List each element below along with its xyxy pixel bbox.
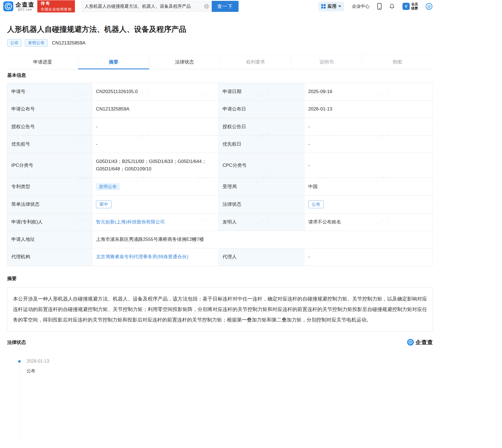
legal-status-timeline: 2026-01-13 公布: [7, 359, 433, 442]
navbar-right: 应用 企业中心 V 会员 续费 @: [318, 2, 502, 11]
basic-info-table: 申请号 CN202511326105.0 申请日期 2025-09-16 申请公…: [7, 83, 433, 266]
field-label: 受理局: [219, 178, 304, 196]
abstract-heading: 摘要: [7, 275, 433, 282]
field-label: CPC分类号: [219, 153, 304, 178]
field-label: 申请号: [7, 83, 92, 101]
logo-domain: QCC.com: [15, 8, 35, 11]
notifications-bell-icon[interactable]: [389, 3, 395, 9]
apps-grid-icon: [321, 4, 326, 9]
field-value: 发明公布: [92, 178, 219, 196]
simple-legal-status-tag: 审中: [96, 201, 111, 208]
vip-icon: V: [402, 3, 410, 10]
field-value: 上海市浦东新区秀浦路2555号康桥商务绿洲E2幢7楼: [92, 231, 433, 248]
timeline-dot-icon: [18, 360, 21, 363]
vip-renew-button[interactable]: V 会员 续费: [402, 2, 418, 10]
field-label: IPC分类号: [7, 153, 92, 178]
tab-abstract[interactable]: 摘要: [78, 55, 149, 69]
table-row: 代理机构 北京博雅睿泉专利代理事务所(特殊普通合伙) 代理人 -: [7, 248, 433, 266]
timeline-item: 2026-01-13 公布: [7, 359, 433, 374]
vip-line2: 续费: [411, 6, 418, 10]
table-row: IPC分类号 G05D1/43；B25J11/00；G05D1/633；G05D…: [7, 153, 433, 178]
field-value: CN202511326105.0: [92, 83, 219, 101]
type-tag: 发明公布: [25, 39, 48, 47]
field-label: 发明人: [219, 213, 304, 231]
table-row: 申请人地址 上海市浦东新区秀浦路2555号康桥商务绿洲E2幢7楼: [7, 231, 433, 248]
field-label: 授权公告日: [219, 118, 304, 135]
patent-detail-page: 人形机器人自碰撞规避方法、机器人、设备及程序产品 公布 发明公布 CN12132…: [7, 24, 433, 442]
timeline-status: 公布: [27, 368, 433, 374]
field-value: 请求不公布姓名: [304, 213, 433, 231]
tab-figures[interactable]: 附图: [362, 55, 433, 69]
tab-application-progress[interactable]: 申请进度: [7, 55, 78, 69]
field-label: 申请人地址: [7, 231, 92, 248]
field-value: -: [304, 136, 433, 153]
publication-number: CN121325859A: [52, 40, 85, 46]
field-label: 申请公布日: [219, 101, 304, 118]
field-value: 2026-01-13: [304, 101, 433, 118]
timeline-date: 2026-01-13: [27, 359, 433, 364]
abstract-text: 本公开涉及一种人形机器人自碰撞规避方法、机器人、设备及程序产品，该方法包括：基于…: [7, 287, 433, 331]
qcc-logo-text: 企查查 QCC.com: [15, 2, 35, 11]
legal-status-heading: 法律状态: [7, 339, 26, 346]
field-value: -: [304, 118, 433, 135]
apps-label: 应用: [328, 4, 336, 9]
mobile-app-icon[interactable]: [377, 3, 381, 10]
field-label: 法律状态: [219, 196, 304, 213]
apps-menu[interactable]: 应用: [318, 2, 344, 11]
table-row: 申请公布号 CN121325859A 申请公布日 2026-01-13: [7, 101, 433, 118]
search-bar: × 查一下: [81, 1, 239, 12]
tab-description[interactable]: 说明书: [291, 55, 362, 69]
search-button[interactable]: 查一下: [212, 1, 239, 12]
field-label: 申请公布号: [7, 101, 92, 118]
agency-link[interactable]: 北京博雅睿泉专利代理事务所(特殊普通合伙): [96, 254, 188, 259]
slogan-line1: 传奇: [41, 1, 72, 6]
legal-status-header: 法律状态 Ⓒ 企查查: [7, 339, 433, 346]
vip-text: 会员 续费: [411, 2, 418, 10]
field-label: 专利类型: [7, 178, 92, 196]
basic-info-heading: 基本信息: [7, 72, 433, 78]
table-row: 简单法律状态 审中 法律状态 公布: [7, 196, 433, 213]
field-label: 授权公告号: [7, 118, 92, 135]
field-label: 优先权号: [7, 136, 92, 153]
field-value: 2025-09-16: [304, 83, 433, 101]
legal-status-tag: 公布: [308, 201, 324, 208]
qcc-logo-small: Ⓒ 企查查: [407, 339, 433, 346]
search-input[interactable]: [81, 1, 212, 12]
field-label: 代理人: [219, 248, 304, 266]
field-label: 申请日期: [219, 83, 304, 101]
applicant-link[interactable]: 智元创新(上海)科技股份有限公司: [96, 219, 165, 225]
tab-legal-status[interactable]: 法律状态: [149, 55, 220, 69]
logo-brand: 企查查: [15, 2, 35, 7]
field-value: G05D1/43；B25J11/00；G05D1/633；G05D1/644；G…: [92, 153, 219, 178]
top-navbar: Ⓒ 企查查 QCC.com 传奇 全国企业信用查询 × 查一下 应用 企业中心 …: [0, 0, 502, 13]
field-value: 审中: [92, 196, 219, 213]
qcc-logo[interactable]: Ⓒ 企查查 QCC.com: [3, 1, 35, 11]
table-row: 专利类型 发明公布 受理局 中国: [7, 178, 433, 196]
detail-tabs: 申请进度 摘要 法律状态 权利要求 说明书 附图: [7, 55, 433, 69]
field-value: 北京博雅睿泉专利代理事务所(特殊普通合伙): [92, 248, 219, 266]
field-value: 中国: [304, 178, 433, 196]
status-tag: 公布: [7, 39, 22, 47]
table-row: 申请(专利权)人 智元创新(上海)科技股份有限公司 发明人 请求不公布姓名: [7, 213, 433, 231]
table-row: 优先权号 - 优先权日 -: [7, 136, 433, 153]
field-value: -: [92, 136, 219, 153]
table-row: 授权公告号 - 授权公告日 -: [7, 118, 433, 135]
field-value: 公布: [304, 196, 433, 213]
page-title: 人形机器人自碰撞规避方法、机器人、设备及程序产品: [7, 24, 433, 34]
field-label: 简单法律状态: [7, 196, 92, 213]
clear-search-icon[interactable]: ×: [204, 4, 209, 9]
qcc-mini-icon: Ⓒ: [407, 339, 414, 346]
tab-claims[interactable]: 权利要求: [220, 55, 291, 69]
field-label: 优先权日: [219, 136, 304, 153]
user-avatar[interactable]: @: [426, 3, 432, 10]
patent-type-tag: 发明公布: [96, 183, 120, 190]
field-label: 申请(专利权)人: [7, 213, 92, 231]
qcc-logo-icon: Ⓒ: [3, 1, 13, 11]
table-row: 申请号 CN202511326105.0 申请日期 2025-09-16: [7, 83, 433, 101]
field-value: -: [92, 118, 219, 135]
slogan-line2: 全国企业信用查询: [41, 7, 72, 12]
enterprise-center-link[interactable]: 企业中心: [352, 4, 370, 9]
slogan-badge: 传奇 全国企业信用查询: [37, 0, 75, 12]
vip-line1: 会员: [411, 2, 418, 6]
field-value: 智元创新(上海)科技股份有限公司: [92, 213, 219, 231]
